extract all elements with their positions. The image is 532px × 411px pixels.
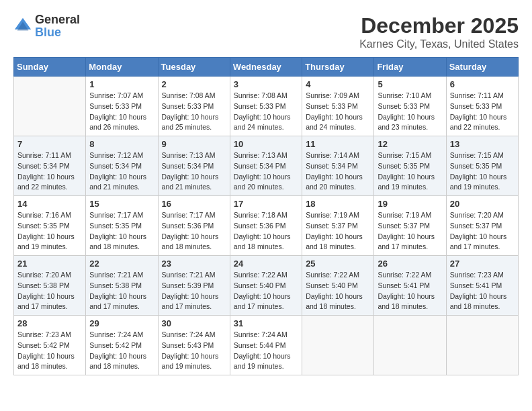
calendar-cell: 3Sunrise: 7:08 AMSunset: 5:33 PMDaylight… — [230, 77, 302, 136]
day-number: 13 — [450, 139, 515, 149]
calendar-cell: 14Sunrise: 7:16 AMSunset: 5:35 PMDayligh… — [14, 196, 86, 256]
day-info: Sunrise: 7:21 AMSunset: 5:39 PMDaylight:… — [162, 270, 226, 312]
day-header-sunday: Sunday — [14, 58, 86, 77]
day-number: 30 — [162, 318, 226, 328]
day-info: Sunrise: 7:22 AMSunset: 5:40 PMDaylight:… — [234, 270, 298, 312]
day-info: Sunrise: 7:11 AMSunset: 5:34 PMDaylight:… — [17, 150, 82, 193]
calendar-cell — [14, 77, 86, 136]
calendar-cell — [302, 316, 374, 375]
calendar-cell: 17Sunrise: 7:18 AMSunset: 5:36 PMDayligh… — [230, 196, 302, 256]
day-info: Sunrise: 7:10 AMSunset: 5:33 PMDaylight:… — [378, 91, 442, 133]
week-row-2: 7Sunrise: 7:11 AMSunset: 5:34 PMDaylight… — [14, 136, 519, 196]
day-info: Sunrise: 7:19 AMSunset: 5:37 PMDaylight:… — [306, 210, 370, 253]
calendar-cell: 9Sunrise: 7:13 AMSunset: 5:34 PMDaylight… — [158, 136, 230, 196]
day-info: Sunrise: 7:18 AMSunset: 5:36 PMDaylight:… — [234, 210, 298, 253]
day-info: Sunrise: 7:24 AMSunset: 5:42 PMDaylight:… — [89, 330, 154, 372]
day-number: 12 — [378, 139, 442, 149]
logo-blue: Blue — [35, 26, 61, 39]
day-number: 7 — [17, 139, 82, 149]
day-info: Sunrise: 7:23 AMSunset: 5:42 PMDaylight:… — [17, 330, 82, 372]
day-number: 24 — [234, 259, 298, 269]
day-number: 5 — [378, 79, 442, 89]
day-number: 9 — [162, 139, 226, 149]
day-info: Sunrise: 7:24 AMSunset: 5:43 PMDaylight:… — [162, 330, 226, 372]
calendar-cell: 29Sunrise: 7:24 AMSunset: 5:42 PMDayligh… — [86, 316, 158, 375]
calendar-table: SundayMondayTuesdayWednesdayThursdayFrid… — [13, 57, 519, 375]
calendar-cell: 19Sunrise: 7:19 AMSunset: 5:37 PMDayligh… — [374, 196, 446, 256]
calendar-title: December 2025 — [359, 13, 519, 38]
day-info: Sunrise: 7:15 AMSunset: 5:35 PMDaylight:… — [378, 150, 442, 193]
calendar-cell: 30Sunrise: 7:24 AMSunset: 5:43 PMDayligh… — [158, 316, 230, 375]
calendar-cell: 16Sunrise: 7:17 AMSunset: 5:36 PMDayligh… — [158, 196, 230, 256]
day-number: 18 — [306, 199, 370, 209]
day-info: Sunrise: 7:07 AMSunset: 5:33 PMDaylight:… — [89, 91, 154, 133]
header: General Blue December 2025 Karnes City, … — [13, 13, 519, 50]
day-info: Sunrise: 7:22 AMSunset: 5:40 PMDaylight:… — [306, 270, 370, 312]
day-number: 28 — [17, 318, 82, 328]
day-number: 26 — [378, 259, 442, 269]
day-number: 25 — [306, 259, 370, 269]
title-area: December 2025 Karnes City, Texas, United… — [359, 13, 519, 50]
day-info: Sunrise: 7:13 AMSunset: 5:34 PMDaylight:… — [162, 150, 226, 193]
calendar-cell — [374, 316, 446, 375]
day-info: Sunrise: 7:14 AMSunset: 5:34 PMDaylight:… — [306, 150, 370, 193]
day-number: 6 — [450, 79, 515, 89]
day-info: Sunrise: 7:20 AMSunset: 5:38 PMDaylight:… — [17, 270, 82, 312]
day-number: 4 — [306, 79, 370, 89]
day-info: Sunrise: 7:08 AMSunset: 5:33 PMDaylight:… — [162, 91, 226, 133]
header-row: SundayMondayTuesdayWednesdayThursdayFrid… — [14, 58, 519, 77]
day-info: Sunrise: 7:22 AMSunset: 5:41 PMDaylight:… — [378, 270, 442, 312]
calendar-cell: 7Sunrise: 7:11 AMSunset: 5:34 PMDaylight… — [14, 136, 86, 196]
day-info: Sunrise: 7:16 AMSunset: 5:35 PMDaylight:… — [17, 210, 82, 253]
week-row-5: 28Sunrise: 7:23 AMSunset: 5:42 PMDayligh… — [14, 316, 519, 375]
day-info: Sunrise: 7:08 AMSunset: 5:33 PMDaylight:… — [234, 91, 298, 133]
day-header-wednesday: Wednesday — [230, 58, 302, 77]
day-header-friday: Friday — [374, 58, 446, 77]
calendar-cell: 6Sunrise: 7:11 AMSunset: 5:33 PMDaylight… — [446, 77, 518, 136]
day-number: 23 — [162, 259, 226, 269]
calendar-cell: 12Sunrise: 7:15 AMSunset: 5:35 PMDayligh… — [374, 136, 446, 196]
day-info: Sunrise: 7:17 AMSunset: 5:35 PMDaylight:… — [89, 210, 154, 253]
calendar-cell: 8Sunrise: 7:12 AMSunset: 5:34 PMDaylight… — [86, 136, 158, 196]
day-info: Sunrise: 7:19 AMSunset: 5:37 PMDaylight:… — [378, 210, 442, 253]
calendar-cell — [446, 316, 518, 375]
day-info: Sunrise: 7:15 AMSunset: 5:35 PMDaylight:… — [450, 150, 515, 193]
day-info: Sunrise: 7:20 AMSunset: 5:37 PMDaylight:… — [450, 210, 515, 253]
day-info: Sunrise: 7:24 AMSunset: 5:44 PMDaylight:… — [234, 330, 298, 372]
day-info: Sunrise: 7:11 AMSunset: 5:33 PMDaylight:… — [450, 91, 515, 133]
day-number: 20 — [450, 199, 515, 209]
calendar-subtitle: Karnes City, Texas, United States — [359, 38, 519, 50]
calendar-cell: 27Sunrise: 7:23 AMSunset: 5:41 PMDayligh… — [446, 256, 518, 316]
day-number: 15 — [89, 199, 154, 209]
day-number: 11 — [306, 139, 370, 149]
logo-general: General — [35, 13, 80, 26]
day-number: 14 — [17, 199, 82, 209]
day-number: 3 — [234, 79, 298, 89]
calendar-cell: 1Sunrise: 7:07 AMSunset: 5:33 PMDaylight… — [86, 77, 158, 136]
day-header-thursday: Thursday — [302, 58, 374, 77]
calendar-cell: 18Sunrise: 7:19 AMSunset: 5:37 PMDayligh… — [302, 196, 374, 256]
day-info: Sunrise: 7:17 AMSunset: 5:36 PMDaylight:… — [162, 210, 226, 253]
calendar-cell: 21Sunrise: 7:20 AMSunset: 5:38 PMDayligh… — [14, 256, 86, 316]
calendar-cell: 5Sunrise: 7:10 AMSunset: 5:33 PMDaylight… — [374, 77, 446, 136]
calendar-cell: 26Sunrise: 7:22 AMSunset: 5:41 PMDayligh… — [374, 256, 446, 316]
week-row-3: 14Sunrise: 7:16 AMSunset: 5:35 PMDayligh… — [14, 196, 519, 256]
day-number: 17 — [234, 199, 298, 209]
day-number: 10 — [234, 139, 298, 149]
day-header-monday: Monday — [86, 58, 158, 77]
calendar-cell: 23Sunrise: 7:21 AMSunset: 5:39 PMDayligh… — [158, 256, 230, 316]
day-number: 19 — [378, 199, 442, 209]
calendar-cell: 4Sunrise: 7:09 AMSunset: 5:33 PMDaylight… — [302, 77, 374, 136]
calendar-cell: 2Sunrise: 7:08 AMSunset: 5:33 PMDaylight… — [158, 77, 230, 136]
calendar-cell: 24Sunrise: 7:22 AMSunset: 5:40 PMDayligh… — [230, 256, 302, 316]
day-number: 31 — [234, 318, 298, 328]
day-number: 16 — [162, 199, 226, 209]
calendar-cell: 10Sunrise: 7:13 AMSunset: 5:34 PMDayligh… — [230, 136, 302, 196]
calendar-cell: 22Sunrise: 7:21 AMSunset: 5:38 PMDayligh… — [86, 256, 158, 316]
day-info: Sunrise: 7:23 AMSunset: 5:41 PMDaylight:… — [450, 270, 515, 312]
day-info: Sunrise: 7:13 AMSunset: 5:34 PMDaylight:… — [234, 150, 298, 193]
calendar-cell: 13Sunrise: 7:15 AMSunset: 5:35 PMDayligh… — [446, 136, 518, 196]
day-info: Sunrise: 7:12 AMSunset: 5:34 PMDaylight:… — [89, 150, 154, 193]
logo: General Blue — [13, 13, 80, 39]
calendar-cell: 15Sunrise: 7:17 AMSunset: 5:35 PMDayligh… — [86, 196, 158, 256]
